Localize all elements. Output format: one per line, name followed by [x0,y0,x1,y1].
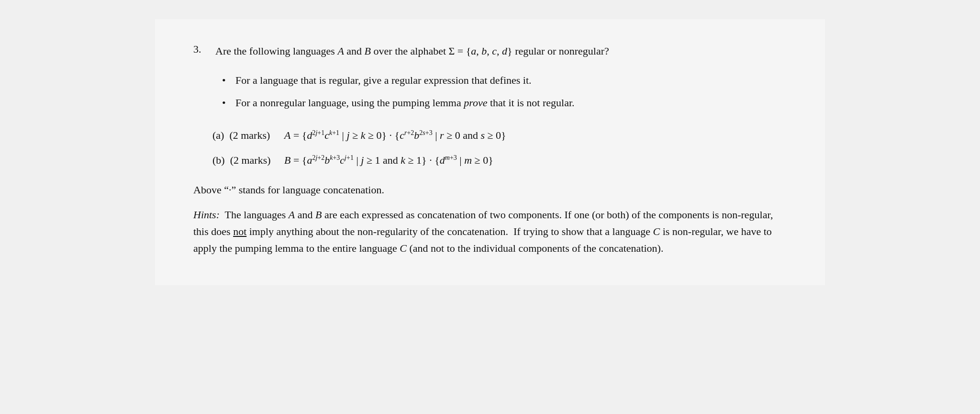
part-a-expr: A = {d2j+1ck+1 | j ≥ k ≥ 0} · {cr+2b2s+3… [284,124,506,147]
bullet-text-1: For a language that is regular, give a r… [235,72,532,88]
part-a-row: (a) (2 marks) A = {d2j+1ck+1 | j ≥ k ≥ 0… [212,124,787,147]
question-text: Are the following languages A and B over… [215,43,609,59]
bullet-dot-2: • [222,95,230,111]
page: 3. Are the following languages A and B o… [155,19,825,285]
hints-block: Hints: The languages A and B are each ex… [193,206,787,257]
intro-text: Are the following languages [215,45,337,57]
hints-paragraph: Hints: The languages A and B are each ex… [193,206,787,257]
intro2-text: over the alphabet Σ = {a, b, c, d} regul… [371,45,609,57]
part-b-row: (b) (2 marks) B = {a2j+2bk+3cj+1 | j ≥ 1… [212,149,787,172]
above-note: Above “·” stands for language concatenat… [193,182,787,198]
bullet-item-2: • For a nonregular language, using the p… [222,95,787,111]
part-b-label: (b) (2 marks) [212,149,279,172]
math-block: (a) (2 marks) A = {d2j+1ck+1 | j ≥ k ≥ 0… [212,124,787,172]
not-underlined: not [233,225,246,237]
bullet-item-1: • For a language that is regular, give a… [222,72,787,88]
bullet-dot-1: • [222,72,230,88]
variable-B: B [365,45,371,57]
and-text: and [344,45,365,57]
part-a-label: (a) (2 marks) [212,124,279,147]
hints-label: Hints: [193,209,220,221]
question-number: 3. [193,43,208,56]
bullet-list: • For a language that is regular, give a… [222,72,787,111]
bullet-text-2: For a nonregular language, using the pum… [235,95,575,111]
part-b-expr: B = {a2j+2bk+3cj+1 | j ≥ 1 and k ≥ 1} · … [284,149,493,172]
question-header: 3. Are the following languages A and B o… [193,43,787,59]
variable-A: A [337,45,344,57]
